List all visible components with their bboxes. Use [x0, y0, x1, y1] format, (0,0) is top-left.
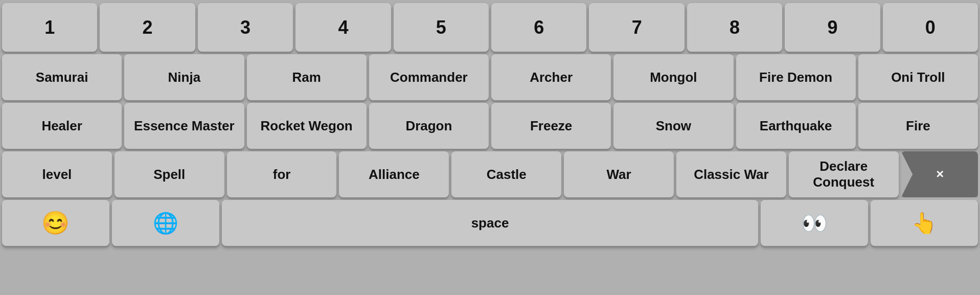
key-spell[interactable]: Spell	[115, 151, 224, 197]
key-6[interactable]: 6	[491, 3, 586, 52]
key-emoji-button[interactable]: 😊	[2, 200, 109, 246]
key-level[interactable]: level	[2, 151, 112, 197]
key-backspace[interactable]: ✕	[901, 151, 978, 197]
key-castle[interactable]: Castle	[451, 151, 561, 197]
samurai-row: Samurai Ninja Ram Commander Archer Mongo…	[2, 54, 978, 100]
key-commander[interactable]: Commander	[369, 54, 489, 100]
globe-icon: 🌐	[153, 211, 178, 235]
key-ram[interactable]: Ram	[247, 54, 367, 100]
key-fire[interactable]: Fire	[858, 103, 978, 149]
emoji-icon: 😊	[41, 210, 70, 236]
key-classic-war[interactable]: Classic War	[676, 151, 786, 197]
key-hand-button[interactable]: 👆	[871, 200, 978, 246]
backspace-icon: ✕	[929, 167, 950, 182]
key-4[interactable]: 4	[295, 3, 391, 52]
key-essence-master[interactable]: Essence Master	[124, 103, 244, 149]
level-row: level Spell for Alliance Castle War Clas…	[2, 151, 978, 197]
key-snow[interactable]: Snow	[613, 103, 733, 149]
key-3[interactable]: 3	[198, 3, 293, 52]
key-declare-conquest[interactable]: Declare Conquest	[789, 151, 899, 197]
key-face2-button[interactable]: 👀	[761, 200, 868, 246]
key-ninja[interactable]: Ninja	[124, 54, 244, 100]
face2-icon: 👀	[801, 211, 828, 236]
key-1[interactable]: 1	[2, 3, 97, 52]
key-alliance[interactable]: Alliance	[339, 151, 449, 197]
key-freeze[interactable]: Freeze	[491, 103, 611, 149]
key-5[interactable]: 5	[394, 3, 489, 52]
key-rocket-wegon[interactable]: Rocket Wegon	[247, 103, 367, 149]
key-7[interactable]: 7	[589, 3, 684, 52]
hand-icon: 👆	[911, 211, 937, 235]
number-row: 1 2 3 4 5 6 7 8 9 0	[2, 3, 978, 52]
key-samurai[interactable]: Samurai	[2, 54, 122, 100]
key-8[interactable]: 8	[687, 3, 782, 52]
key-globe-button[interactable]: 🌐	[112, 200, 219, 246]
key-healer[interactable]: Healer	[2, 103, 122, 149]
key-archer[interactable]: Archer	[491, 54, 611, 100]
key-mongol[interactable]: Mongol	[613, 54, 733, 100]
key-oni-troll[interactable]: Oni Troll	[858, 54, 978, 100]
key-0[interactable]: 0	[883, 3, 978, 52]
bottom-row: 😊 🌐 space 👀 👆	[2, 200, 978, 246]
key-war[interactable]: War	[564, 151, 674, 197]
key-earthquake[interactable]: Earthquake	[736, 103, 856, 149]
svg-text:✕: ✕	[935, 169, 944, 180]
key-for[interactable]: for	[227, 151, 337, 197]
key-dragon[interactable]: Dragon	[369, 103, 489, 149]
key-9[interactable]: 9	[785, 3, 880, 52]
key-space-button[interactable]: space	[222, 200, 758, 246]
key-fire-demon[interactable]: Fire Demon	[736, 54, 856, 100]
healer-row: Healer Essence Master Rocket Wegon Drago…	[2, 103, 978, 149]
key-2[interactable]: 2	[100, 3, 195, 52]
